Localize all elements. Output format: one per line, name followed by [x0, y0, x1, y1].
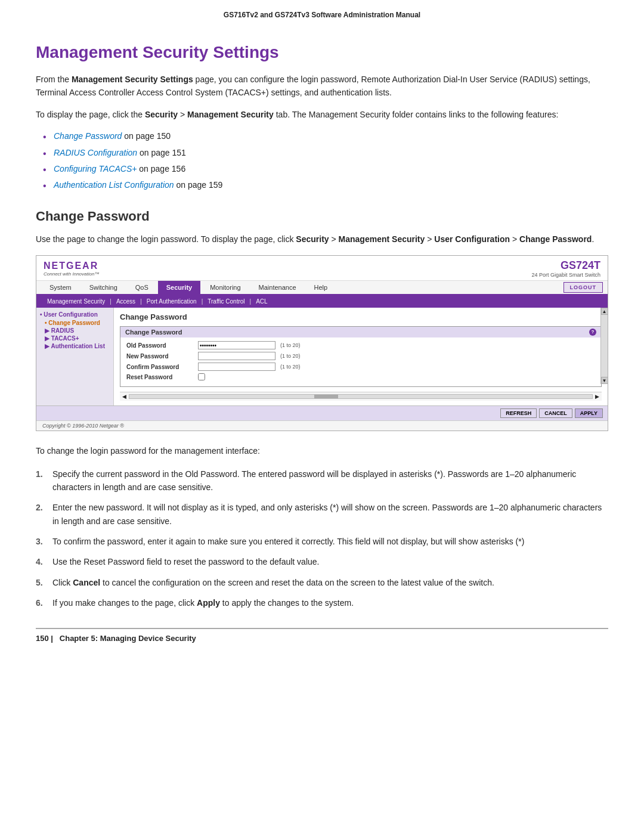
cp-user-config-bold: User Configuration [434, 234, 510, 244]
ng-main-panel: Change Password Change Password ? Old Pa… [114, 308, 608, 405]
step-5: Click Cancel to cancel the configuration… [36, 576, 608, 589]
footer-page-num: 150 [36, 634, 49, 643]
old-password-row: Old Password (1 to 20) [126, 341, 595, 349]
subnav-acl[interactable]: ACL [251, 297, 272, 306]
step-6-apply-bold: Apply [197, 598, 220, 608]
step-5-text: Click Cancel to cancel the configuration… [52, 576, 494, 589]
subnav-port-auth[interactable]: Port Authentication [142, 297, 202, 306]
sidebar-user-config[interactable]: • User Configuration [40, 311, 110, 318]
change-password-link[interactable]: Change Password [54, 131, 122, 141]
reset-password-checkbox[interactable] [198, 373, 205, 380]
screenshot-container: NETGEAR Connect with Innovation™ GS724T … [36, 255, 608, 431]
new-password-row: New Password (1 to 20) [126, 352, 595, 360]
sidebar-auth-list[interactable]: ▶ Authentication List [40, 342, 110, 350]
step-1: Specify the current password in the Old … [36, 467, 608, 494]
model-name: GS724T [531, 259, 600, 272]
subnav-management-security[interactable]: Management Security [42, 297, 110, 306]
sidebar-tacacs[interactable]: ▶ TACACS+ [40, 335, 110, 342]
apply-button[interactable]: APPLY [575, 408, 603, 418]
confirm-password-label: Confirm Password [126, 364, 198, 370]
refresh-button[interactable]: REFRESH [500, 408, 537, 418]
step-1-text: Specify the current password in the Old … [52, 467, 608, 494]
step-4: Use the Reset Password field to reset th… [36, 555, 608, 568]
auth-list-link[interactable]: Authentication List Configuration [54, 180, 174, 190]
subnav-traffic-control[interactable]: Traffic Control [203, 297, 249, 306]
old-password-input[interactable] [198, 341, 275, 349]
ng-sidebar: • User Configuration • Change Password ▶… [36, 308, 114, 405]
netgear-logo: NETGEAR Connect with Innovation™ [44, 261, 99, 277]
ng-copyright: Copyright © 1996-2010 Netgear ® [36, 420, 608, 431]
scroll-left-arrow[interactable]: ◀ [122, 394, 126, 400]
scroll-down-button[interactable]: ▼ [601, 377, 608, 384]
ng-form-section-title: Change Password [120, 312, 602, 321]
reset-password-row: Reset Password [126, 373, 595, 380]
form-title-text: Change Password [125, 329, 182, 336]
nav-item-maintenance[interactable]: Maintenance [250, 281, 305, 294]
step-2: Enter the new password. It will not disp… [36, 501, 608, 528]
intro-bold1: Management Security Settings [72, 75, 193, 84]
vertical-scrollbar: ▲ ▼ [600, 308, 608, 384]
page-title: Management Security Settings [36, 43, 608, 62]
intro-para2: To display the page, click the Security … [36, 108, 608, 121]
change-password-section-title: Change Password [36, 209, 608, 224]
step-5-cancel-bold: Cancel [73, 578, 100, 587]
ng-nav-bar: System Switching QoS Security Monitoring… [36, 281, 608, 295]
old-password-label: Old Password [126, 342, 198, 349]
subnav-access[interactable]: Access [112, 297, 140, 306]
scroll-right-arrow[interactable]: ▶ [595, 394, 599, 400]
new-password-hint: (1 to 20) [280, 353, 301, 359]
instructions-list: Specify the current password in the Old … [36, 467, 608, 610]
nav-item-qos[interactable]: QoS [127, 281, 157, 294]
tacacs-link[interactable]: Configuring TACACS+ [54, 164, 137, 174]
ng-footer-bar: REFRESH CANCEL APPLY [36, 405, 608, 420]
netgear-logo-sub: Connect with Innovation™ [44, 271, 99, 277]
change-password-intro: Use the page to change the login passwor… [36, 233, 608, 246]
footer-chapter: Chapter 5: Managing Device Security [60, 634, 196, 643]
intro-para1: From the Management Security Settings pa… [36, 73, 608, 100]
bullet-item-4: Authentication List Configuration on pag… [54, 178, 608, 191]
step-6: If you make changes to the page, click A… [36, 596, 608, 609]
scroll-thumb[interactable] [314, 395, 338, 398]
netgear-logo-text: NETGEAR [44, 261, 99, 271]
old-password-hint: (1 to 20) [280, 342, 301, 348]
radius-config-link[interactable]: RADIUS Configuration [54, 148, 137, 157]
nav-item-security[interactable]: Security [158, 281, 200, 294]
intro-security-bold: Security [145, 110, 178, 119]
model-info: GS724T 24 Port Gigabit Smart Switch [531, 259, 600, 278]
bullet-item-3: Configuring TACACS+ on page 156 [54, 162, 608, 175]
reset-password-label: Reset Password [126, 374, 198, 380]
nav-item-monitoring[interactable]: Monitoring [202, 281, 249, 294]
form-rows: Old Password (1 to 20) New Password (1 t… [120, 337, 601, 386]
new-password-input[interactable] [198, 352, 275, 360]
sidebar-radius[interactable]: ▶ RADIUS [40, 327, 110, 335]
step-4-text: Use the Reset Password field to reset th… [52, 555, 319, 568]
step-2-text: Enter the new password. It will not disp… [52, 501, 608, 528]
instructions-intro: To change the login password for the man… [36, 444, 608, 457]
change-password-form-box: Change Password ? Old Password (1 to 20)… [120, 326, 602, 387]
ng-header: NETGEAR Connect with Innovation™ GS724T … [36, 256, 608, 281]
help-icon[interactable]: ? [589, 329, 596, 336]
confirm-password-hint: (1 to 20) [280, 364, 301, 370]
feature-bullet-list: Change Password on page 150 RADIUS Confi… [54, 129, 608, 192]
step-3: To confirm the password, enter it again … [36, 535, 608, 548]
doc-header-text: GS716Tv2 and GS724Tv3 Software Administr… [224, 11, 420, 19]
confirm-password-row: Confirm Password (1 to 20) [126, 363, 595, 371]
scroll-track[interactable] [129, 394, 593, 399]
nav-item-system[interactable]: System [41, 281, 80, 294]
logout-button[interactable]: LOGOUT [564, 282, 603, 293]
cancel-button[interactable]: CANCEL [539, 408, 572, 418]
nav-item-help[interactable]: Help [306, 281, 336, 294]
intro-mgmt-bold: Management Security [187, 110, 274, 119]
bullet-item-2: RADIUS Configuration on page 151 [54, 146, 608, 159]
bullet-item-1: Change Password on page 150 [54, 129, 608, 143]
confirm-password-input[interactable] [198, 363, 275, 371]
ng-subnav-bar: Management Security | Access | Port Auth… [36, 295, 608, 308]
scroll-up-button[interactable]: ▲ [601, 308, 608, 315]
form-title-bar: Change Password ? [120, 327, 601, 337]
vertical-scroll-track[interactable] [601, 315, 608, 377]
nav-item-switching[interactable]: Switching [81, 281, 126, 294]
ng-content-area: • User Configuration • Change Password ▶… [36, 308, 608, 405]
doc-header: GS716Tv2 and GS724Tv3 Software Administr… [36, 0, 608, 25]
sidebar-change-password[interactable]: • Change Password [40, 319, 110, 327]
step-3-text: To confirm the password, enter it again … [52, 535, 524, 548]
